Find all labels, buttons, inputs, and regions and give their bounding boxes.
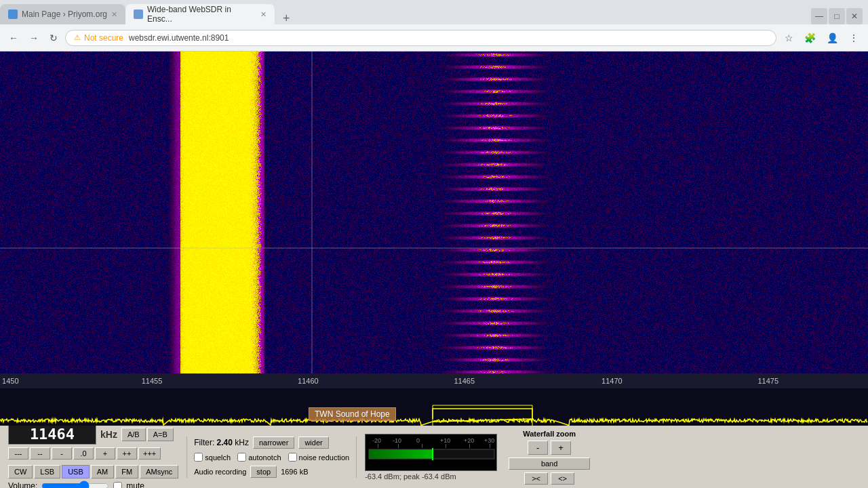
recording-row: Audio recording stop 1696 kB <box>194 466 349 478</box>
autonotch-checkbox[interactable] <box>237 453 246 462</box>
aequals-button[interactable]: A=B <box>147 428 174 441</box>
signal-peak: -63.4 dBm <box>422 472 456 481</box>
ab-button[interactable]: A/B <box>121 428 146 441</box>
waterfall-zoom-title: Waterfall zoom <box>509 430 590 438</box>
tab-label-sdr: Wide-band WebSDR in Ensc... <box>147 5 256 24</box>
narrower-button[interactable]: narrower <box>253 436 294 449</box>
wider-button[interactable]: wider <box>298 436 328 449</box>
tab-bar: Main Page › Priyom.org ✕ Wide-band WebSD… <box>0 0 868 24</box>
step-btn-point0[interactable]: .0 <box>73 447 94 460</box>
ab-buttons: A/B A=B <box>121 428 174 441</box>
mode-cw[interactable]: CW <box>8 465 33 479</box>
freq-label-11465: 11465 <box>454 377 475 385</box>
minimize-button[interactable]: — <box>811 8 827 24</box>
volume-row: Volume: mute <box>8 481 178 488</box>
tab-icon-sdr <box>134 9 143 19</box>
freq-label-11455: 11455 <box>142 377 163 385</box>
address-bar: ← → ↻ ⚠ Not secure websdr.ewi.utwente.nl… <box>0 24 868 52</box>
nav-zoom-row: >< <> <box>509 472 590 485</box>
filter-row: Filter: 2.40 kHz narrower wider <box>194 436 349 449</box>
nav-left-button[interactable]: >< <box>524 472 548 485</box>
maximize-button[interactable]: □ <box>829 8 845 24</box>
close-button[interactable]: ✕ <box>846 8 863 24</box>
step-btn-plus[interactable]: + <box>95 447 115 460</box>
freq-label-1450: 1450 <box>2 377 18 385</box>
mode-buttons: CW LSB USB AM FM AMsync <box>8 465 178 479</box>
step-btn-tripleminus[interactable]: --- <box>8 447 28 460</box>
controls-area: kHz A/B A=B --- -- - .0 + ++ +++ CW LSB … <box>0 424 868 488</box>
band-button[interactable]: band <box>509 458 590 470</box>
freq-main: kHz A/B A=B <box>8 424 178 445</box>
step-btn-minus[interactable]: - <box>52 447 72 460</box>
tab-close-priyom[interactable]: ✕ <box>111 10 117 19</box>
window-controls: — □ ✕ <box>811 8 868 24</box>
squelch-label[interactable]: squelch <box>194 453 231 462</box>
autonotch-label[interactable]: autonotch <box>237 453 281 462</box>
mode-am[interactable]: AM <box>91 465 115 479</box>
extension-button[interactable]: 🧩 <box>800 30 820 45</box>
zoom-plusminus-row: - + <box>509 441 590 455</box>
noise-reduction-checkbox[interactable] <box>288 453 297 462</box>
volume-slider[interactable] <box>41 481 109 488</box>
noise-reduction-label[interactable]: noise reduction <box>288 453 350 462</box>
freq-label-11475: 11475 <box>758 377 779 385</box>
not-secure-label: Not secure <box>84 33 123 43</box>
recording-label: Audio recording <box>194 468 246 476</box>
reload-button[interactable]: ↻ <box>46 30 61 45</box>
forward-button[interactable]: → <box>26 30 42 45</box>
freq-label-11470: 11470 <box>601 377 623 385</box>
freq-label-11460: 11460 <box>298 377 319 385</box>
meter-canvas <box>366 434 497 471</box>
nav-right-button[interactable]: <> <box>551 472 574 485</box>
spectrum-canvas[interactable] <box>0 388 868 426</box>
signal-display <box>365 434 497 471</box>
volume-label: Volume: <box>8 481 37 488</box>
frequency-section: kHz A/B A=B --- -- - .0 + ++ +++ CW LSB … <box>8 424 178 488</box>
mode-usb[interactable]: USB <box>62 465 90 479</box>
tab-icon-priyom <box>8 9 18 19</box>
waterfall-zoom-section: Waterfall zoom - + band >< <> <box>509 430 590 485</box>
tab-label-priyom: Main Page › Priyom.org <box>22 9 107 19</box>
tab-active[interactable]: Wide-band WebSDR in Ensc... ✕ <box>125 4 275 24</box>
zoom-minus-button[interactable]: - <box>528 441 548 455</box>
waterfall-canvas[interactable] <box>0 52 868 373</box>
signal-section: -63.4 dBm; peak -63.4 dBm <box>365 434 500 481</box>
filter-label: Filter: 2.40 kHz <box>194 438 249 447</box>
browser-chrome: Main Page › Priyom.org ✕ Wide-band WebSD… <box>0 0 868 52</box>
bookmark-button[interactable]: ☆ <box>781 30 797 45</box>
not-secure-icon: ⚠ <box>74 33 81 42</box>
filter-section: Filter: 2.40 kHz narrower wider squelch … <box>186 436 357 478</box>
freq-step-row: --- -- - .0 + ++ +++ <box>8 447 178 460</box>
mute-label: mute <box>126 481 144 488</box>
menu-button[interactable]: ⋮ <box>845 30 863 45</box>
mode-lsb[interactable]: LSB <box>34 465 60 479</box>
mode-amsync[interactable]: AMsync <box>140 465 178 479</box>
mode-fm[interactable]: FM <box>115 465 138 479</box>
recording-size: 1696 kB <box>281 468 308 476</box>
new-tab-button[interactable]: + <box>277 12 296 24</box>
freq-unit: kHz <box>100 429 117 440</box>
checkbox-row: squelch autonotch noise reduction <box>194 453 349 462</box>
frequency-input[interactable] <box>8 424 96 445</box>
main-content: 1450 11455 11460 11465 11470 11475 TWN S… <box>0 52 868 488</box>
address-field[interactable]: ⚠ Not secure websdr.ewi.utwente.nl:8901 <box>65 30 776 46</box>
step-btn-doubleminus[interactable]: -- <box>30 447 50 460</box>
tab-inactive[interactable]: Main Page › Priyom.org ✕ <box>0 4 125 24</box>
sdr-display: 1450 11455 11460 11465 11470 11475 TWN S… <box>0 52 868 424</box>
tab-close-sdr[interactable]: ✕ <box>260 10 267 19</box>
freq-scale: 1450 11455 11460 11465 11470 11475 <box>0 373 868 388</box>
station-label: TWN Sound of Hope <box>309 407 396 421</box>
squelch-checkbox[interactable] <box>194 453 203 462</box>
toolbar-right: ☆ 🧩 👤 ⋮ <box>781 30 863 45</box>
signal-dbm: -63.4 dBm; peak <box>365 472 420 481</box>
profile-button[interactable]: 👤 <box>823 30 842 45</box>
stop-button[interactable]: stop <box>250 466 277 478</box>
station-name: TWN Sound of Hope <box>315 409 390 419</box>
mute-checkbox[interactable] <box>113 482 122 489</box>
signal-text: -63.4 dBm; peak -63.4 dBm <box>365 472 500 481</box>
zoom-plus-button[interactable]: + <box>551 441 571 455</box>
address-text: websdr.ewi.utwente.nl:8901 <box>129 33 768 43</box>
step-btn-doubleplus[interactable]: ++ <box>117 447 137 460</box>
step-btn-tripleplus[interactable]: +++ <box>138 447 161 460</box>
back-button[interactable]: ← <box>5 30 22 45</box>
